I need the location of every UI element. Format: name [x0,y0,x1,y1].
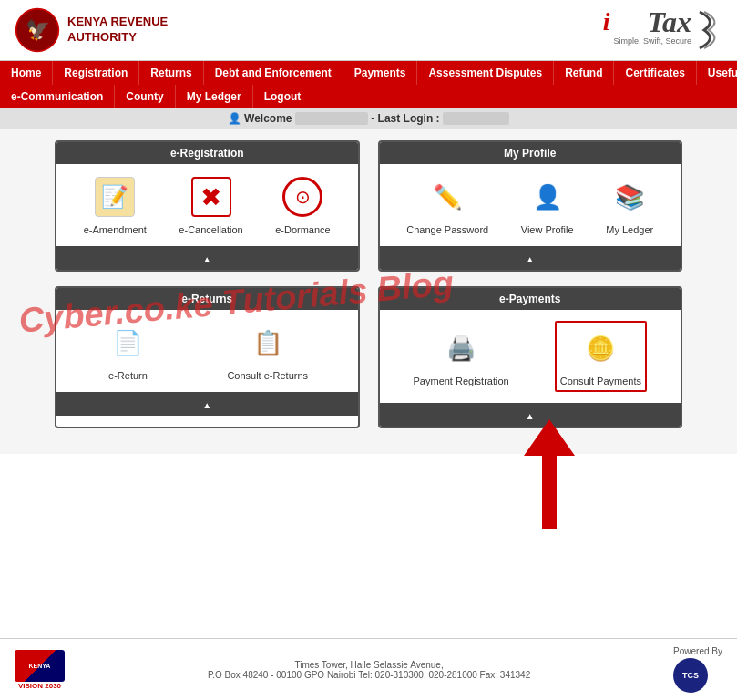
e-returns-header: e-Returns [56,288,358,310]
nav-useful-links[interactable]: Useful Links [697,61,737,85]
e-returns-footer: ▲ [56,392,358,416]
itax-swoosh-icon [695,7,722,53]
e-dormance-item[interactable]: ⊙ e-Dormance [275,175,331,235]
e-cancellation-item[interactable]: ✖ e-Cancellation [179,175,242,235]
payment-registration-icon-container: 🖨️ [439,326,483,370]
my-ledger-label: My Ledger [606,224,653,235]
e-registration-body: 📝 e-Amendment ✖ e-Cancellation ⊙ e-D [56,164,358,246]
nav-my-ledger[interactable]: My Ledger [176,85,253,108]
footer-left: KENYA VISION 2030 [15,650,65,690]
dashboard-row-2: e-Returns 📄 e-Return 📋 Consult e-Returns [55,286,682,428]
view-profile-label: View Profile [521,224,574,235]
e-cancellation-icon: ✖ [191,177,231,217]
vision-2030-text: VISION 2030 [18,682,61,690]
consult-e-returns-icon-container: 📋 [246,321,290,365]
dashboard-row-1: e-Registration 📝 e-Amendment ✖ e-Cancell… [55,140,682,272]
e-returns-card: e-Returns 📄 e-Return 📋 Consult e-Returns [55,286,360,428]
change-password-label: Change Password [406,224,488,235]
e-dormance-icon: ⊙ [282,177,322,217]
welcome-icon: 👤 [228,112,241,125]
e-registration-header: e-Registration [56,142,358,164]
welcome-bar: 👤 Welcome - Last Login : [0,108,737,129]
consult-e-returns-icon: 📋 [248,323,288,363]
my-ledger-item[interactable]: 📚 My Ledger [606,175,653,235]
my-profile-arrow-icon: ▲ [526,254,535,264]
e-return-icon-container: 📄 [106,321,149,365]
consult-payments-icon: 🪙 [580,328,620,368]
change-password-icon: ✏️ [427,177,467,217]
my-profile-card: My Profile ✏️ Change Password 👤 View Pro… [378,140,683,272]
welcome-text: Welcome [244,112,295,125]
nav-certificates[interactable]: Certificates [614,61,696,85]
footer-right: Powered By TCS [673,646,722,693]
nav-logout[interactable]: Logout [253,85,313,108]
consult-e-returns-label: Consult e-Returns [227,370,308,381]
nav-payments[interactable]: Payments [343,61,418,85]
view-profile-item[interactable]: 👤 View Profile [521,175,574,235]
payment-registration-icon: 🖨️ [441,328,481,368]
consult-e-returns-item[interactable]: 📋 Consult e-Returns [227,321,308,381]
svg-text:🦅: 🦅 [26,17,51,42]
vision-flag-icon: KENYA [15,650,65,682]
e-dormance-label: e-Dormance [275,224,331,235]
nav-debt[interactable]: Debt and Enforcement [204,61,343,85]
arrow-head-icon [524,419,575,456]
kra-name: Kenya Revenue Authority [67,15,168,46]
view-profile-icon-container: 👤 [526,175,569,219]
payment-registration-item[interactable]: 🖨️ Payment Registration [414,326,509,386]
payment-registration-label: Payment Registration [414,376,509,386]
highlight-arrow [524,419,575,529]
powered-by-label: Powered By [673,646,722,656]
change-password-icon-container: ✏️ [425,175,469,219]
e-amendment-icon-container: 📝 [93,175,137,219]
arrow-shaft [542,456,557,529]
my-ledger-icon-container: 📚 [608,175,651,219]
kra-logo: 🦅 Kenya Revenue Authority [15,7,168,53]
navigation: Home Registration Returns Debt and Enfor… [0,61,737,108]
e-registration-card: e-Registration 📝 e-Amendment ✖ e-Cancell… [55,140,360,272]
consult-payments-icon-container: 🪙 [578,326,622,370]
e-payments-card: e-Payments 🖨️ Payment Registration 🪙 Con… [378,286,683,428]
nav-assessment[interactable]: Assessment Disputes [417,61,554,85]
view-profile-icon: 👤 [527,177,568,217]
last-login-label: - Last Login : [371,112,443,125]
nav-registration[interactable]: Registration [53,61,139,85]
e-dormance-icon-container: ⊙ [281,175,324,219]
e-return-item[interactable]: 📄 e-Return [106,321,149,381]
username-display [295,112,368,125]
footer-address-line2: P.O Box 48240 - 00100 GPO Nairobi Tel: 0… [208,670,530,680]
consult-payments-item[interactable]: 🪙 Consult Payments [555,321,647,392]
main-content: e-Registration 📝 e-Amendment ✖ e-Cancell… [0,129,737,454]
kenya-vision-logo: KENYA VISION 2030 [15,650,65,690]
my-profile-footer: ▲ [380,246,681,270]
e-cancellation-label: e-Cancellation [179,224,242,235]
my-ledger-icon: 📚 [609,177,650,217]
my-profile-header: My Profile [380,142,681,164]
tata-logo: TCS [673,658,708,693]
e-return-icon: 📄 [107,323,148,363]
e-cancellation-icon-container: ✖ [189,175,233,219]
nav-county[interactable]: County [115,85,175,108]
nav-home[interactable]: Home [0,61,53,85]
itax-logo: i Tax Simple, Swift, Secure [603,7,722,53]
change-password-item[interactable]: ✏️ Change Password [406,175,488,235]
e-returns-arrow-icon: ▲ [202,400,211,410]
e-returns-body: 📄 e-Return 📋 Consult e-Returns [56,310,358,392]
e-payments-header: e-Payments [380,288,681,310]
last-login-value [443,112,509,125]
nav-refund[interactable]: Refund [554,61,614,85]
page-footer: KENYA VISION 2030 Times Tower, Haile Sel… [0,638,737,700]
my-profile-body: ✏️ Change Password 👤 View Profile 📚 [380,164,681,246]
e-amendment-icon: 📝 [95,177,135,217]
nav-row-1: Home Registration Returns Debt and Enfor… [0,61,737,85]
nav-row-2: e-Communication County My Ledger Logout [0,85,737,108]
kra-eagle-icon: 🦅 [15,7,60,53]
itax-brand: Tax [613,7,691,36]
e-amendment-label: e-Amendment [84,224,147,235]
nav-e-communication[interactable]: e-Communication [0,85,115,108]
nav-returns[interactable]: Returns [139,61,203,85]
consult-payments-label: Consult Payments [560,376,641,386]
e-amendment-item[interactable]: 📝 e-Amendment [84,175,147,235]
itax-tagline: Simple, Swift, Secure [613,36,691,46]
e-registration-footer: ▲ [56,246,358,270]
